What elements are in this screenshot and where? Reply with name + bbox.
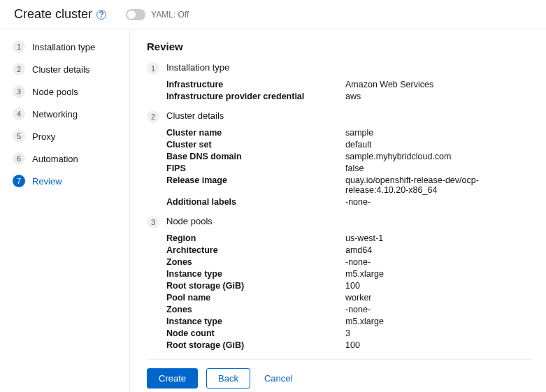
wizard-step-automation[interactable]: 6Automation [13, 152, 129, 165]
kv-value: m5.xlarge [345, 269, 532, 279]
kv-row: Architectureamd64 [166, 245, 532, 255]
section-number: 1 [147, 62, 159, 75]
step-number: 3 [13, 85, 25, 98]
kv-value: 100 [345, 340, 532, 350]
section-body: Cluster detailsCluster namesampleCluster… [166, 110, 532, 209]
step-number: 1 [13, 41, 25, 53]
toggle-track [126, 9, 145, 20]
kv-key: Cluster name [166, 128, 345, 138]
step-number: 6 [13, 152, 25, 165]
kv-key: Base DNS domain [166, 152, 345, 161]
kv-value: us-west-1 [345, 233, 532, 243]
kv-key: Pool name [166, 293, 345, 303]
create-button[interactable]: Create [147, 368, 198, 389]
kv-value: worker [345, 293, 532, 303]
kv-value: 100 [345, 281, 532, 291]
kv-row: Release imagequay.io/openshift-release-d… [166, 175, 532, 195]
kv-key: Additional labels [166, 197, 345, 207]
kv-row: Root storage (GiB)100 [166, 340, 532, 350]
kv-row: Node count3 [166, 328, 532, 338]
step-number: 4 [13, 108, 25, 120]
kv-key: Infrastructure provider credential [166, 92, 345, 101]
page-title: Create cluster [14, 7, 92, 22]
kv-row: Additional labels-none- [166, 197, 532, 207]
kv-row: Root storage (GiB)100 [166, 281, 532, 291]
review-section-node-pools: 3Node poolsRegionus-west-1Architectuream… [147, 216, 532, 352]
step-label: Node pools [32, 87, 78, 97]
kv-key: Instance type [166, 317, 345, 326]
kv-row: Base DNS domainsample.myhybridcloud.com [166, 152, 532, 161]
cancel-button[interactable]: Cancel [259, 369, 298, 388]
kv-key: Cluster set [166, 140, 345, 150]
section-number: 2 [147, 110, 159, 123]
kv-row: Pool nameworker [166, 293, 532, 303]
wizard-step-review[interactable]: 7Review [13, 175, 129, 187]
kv-value: quay.io/openshift-release-dev/ocp-releas… [345, 175, 532, 195]
kv-row: FIPSfalse [166, 164, 532, 173]
yaml-toggle[interactable]: YAML: Off [126, 9, 189, 20]
section-title: Installation type [166, 62, 532, 73]
content-area: Review 1Installation typeInfrastructureA… [129, 29, 546, 392]
step-label: Review [32, 176, 62, 187]
kv-key: Instance type [166, 269, 345, 279]
section-number: 3 [147, 216, 159, 228]
step-number: 2 [13, 63, 25, 75]
kv-row: Cluster namesample [166, 128, 532, 138]
review-section-installation-type: 1Installation typeInfrastructureAmazon W… [147, 62, 532, 103]
main-layout: 1Installation type2Cluster details3Node … [0, 29, 546, 392]
back-button[interactable]: Back [206, 368, 250, 389]
kv-value: Amazon Web Services [345, 80, 532, 89]
section-title: Cluster details [166, 110, 532, 121]
review-title: Review [147, 41, 532, 52]
kv-key: Region [166, 233, 345, 243]
kv-key: Zones [166, 257, 345, 267]
step-label: Cluster details [32, 64, 89, 75]
wizard-step-cluster-details[interactable]: 2Cluster details [13, 63, 129, 75]
kv-value: sample [345, 128, 532, 138]
section-body: Installation typeInfrastructureAmazon We… [166, 62, 532, 103]
kv-value: 3 [345, 328, 532, 338]
kv-key: FIPS [166, 164, 345, 173]
kv-key: Zones [166, 305, 345, 314]
kv-row: InfrastructureAmazon Web Services [166, 80, 532, 89]
kv-key: Root storage (GiB) [166, 340, 345, 350]
step-number: 7 [13, 175, 25, 187]
kv-value: sample.myhybridcloud.com [345, 152, 532, 161]
kv-value: m5.xlarge [345, 317, 532, 326]
kv-row: Zones-none- [166, 257, 532, 267]
help-icon[interactable]: ? [96, 10, 106, 20]
kv-key: Infrastructure [166, 80, 345, 89]
wizard-footer: Create Back Cancel [147, 359, 532, 389]
kv-row: Cluster setdefault [166, 140, 532, 150]
step-label: Proxy [32, 131, 55, 142]
kv-key: Node count [166, 328, 345, 338]
kv-value: -none- [345, 197, 532, 207]
kv-key: Root storage (GiB) [166, 281, 345, 291]
kv-value: -none- [345, 257, 532, 267]
kv-value: false [345, 164, 532, 173]
kv-row: Regionus-west-1 [166, 233, 532, 243]
toggle-thumb [127, 10, 136, 19]
step-number: 5 [13, 130, 25, 143]
step-label: Automation [32, 154, 78, 164]
kv-value: amd64 [345, 245, 532, 255]
kv-key: Release image [166, 175, 345, 195]
wizard-step-installation-type[interactable]: 1Installation type [13, 41, 129, 53]
step-label: Networking [32, 109, 78, 119]
kv-row: Zones-none- [166, 305, 532, 314]
wizard-step-node-pools[interactable]: 3Node pools [13, 85, 129, 98]
section-title: Node pools [166, 216, 532, 226]
page-header: Create cluster ? YAML: Off [0, 0, 546, 29]
kv-value: -none- [345, 305, 532, 314]
kv-key: Architecture [166, 245, 345, 255]
wizard-sidebar: 1Installation type2Cluster details3Node … [0, 29, 129, 392]
wizard-step-proxy[interactable]: 5Proxy [13, 130, 129, 143]
kv-value: default [345, 140, 532, 150]
section-body: Node poolsRegionus-west-1Architectureamd… [166, 216, 532, 352]
yaml-toggle-label: YAML: Off [151, 10, 189, 20]
kv-row: Infrastructure provider credentialaws [166, 92, 532, 101]
wizard-step-networking[interactable]: 4Networking [13, 108, 129, 120]
step-label: Installation type [32, 42, 95, 52]
review-section-cluster-details: 2Cluster detailsCluster namesampleCluste… [147, 110, 532, 209]
kv-row: Instance typem5.xlarge [166, 269, 532, 279]
